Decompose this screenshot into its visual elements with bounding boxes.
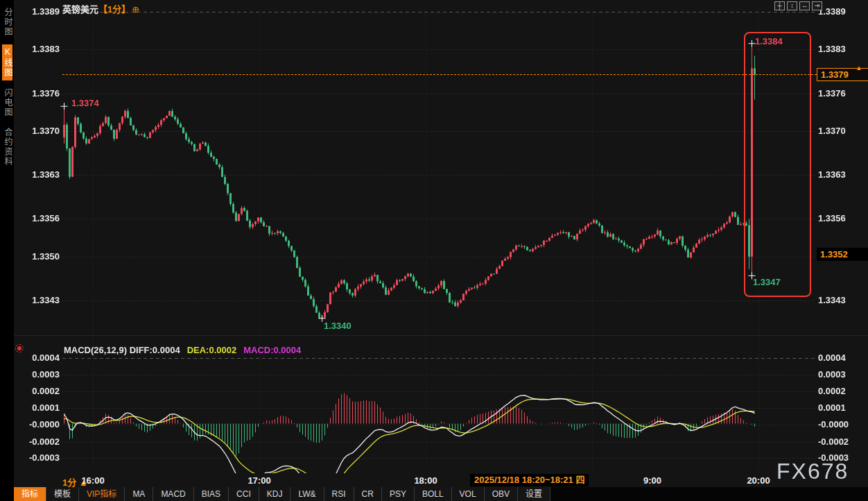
macd-axis-label-left: 0.0004: [14, 353, 60, 363]
tab-LW&[interactable]: LW&: [290, 487, 324, 501]
current-price-line: [62, 74, 817, 75]
macd-axis-label-right: -0.0002: [818, 436, 849, 447]
macd-axis-label-left: -0.0002: [14, 436, 60, 447]
extreme-price-annotation: 1.3340: [324, 321, 351, 331]
tab-MA[interactable]: MA: [125, 487, 153, 501]
macd-axis-label-left: -0.0003: [14, 452, 60, 463]
pan-right-icon[interactable]: ⇥: [812, 1, 822, 10]
panel-divider: [14, 335, 868, 336]
tab-CCI[interactable]: CCI: [229, 487, 259, 501]
macd-header: MACD(26,12,9) DIFF:0.0004DEA:0.0002MACD:…: [64, 345, 301, 355]
price-axis-label-right: 1.3363: [818, 169, 846, 180]
macd-axis-label-left: -0.0000: [14, 419, 60, 430]
spike-highlight-box: [744, 32, 811, 297]
price-axis-label-right: 1.3370: [818, 126, 846, 136]
sidebar-item-4[interactable]: 合约资料: [2, 125, 12, 169]
indicator-tabbar: 指标模板VIP指标MAMACDBIASCCIKDJLW&RSICRPSYBOLL…: [14, 487, 868, 501]
chart-type-sidebar: 分时图K线图闪电图合约资料: [0, 0, 14, 501]
scale-horizontal-icon[interactable]: ↔: [799, 1, 810, 10]
tab-VOL[interactable]: VOL: [452, 487, 485, 501]
price-axis-label-left: 1.3363: [14, 169, 60, 180]
macd-axis-label-right: 0.0004: [818, 353, 846, 363]
tab-模板[interactable]: 模板: [46, 487, 79, 501]
macd-macd-value: MACD:0.0004: [243, 345, 301, 355]
chart-toolbar: ┼↕↔⇥: [774, 1, 822, 10]
extreme-price-annotation: 1.3374: [71, 98, 99, 108]
price-axis-label-left: 1.3376: [14, 88, 60, 99]
price-axis-label-left: 1.3383: [14, 44, 60, 54]
time-axis-label: 20:00: [747, 475, 770, 486]
period-badge: 【1分】: [98, 4, 130, 15]
extreme-price-annotation: 1.3384: [755, 36, 783, 46]
tab-OBV[interactable]: OBV: [485, 487, 518, 501]
macd-dea-value: DEA:0.0002: [187, 345, 237, 355]
tab-RSI[interactable]: RSI: [324, 487, 354, 501]
symbol-name: 英镑美元: [62, 4, 98, 15]
chart-background: 英镑美元【1分】⊕ ┼↕↔⇥ 1.33891.33891.33831.33831…: [0, 0, 868, 501]
price-axis-label-left: 1.3389: [14, 6, 60, 17]
price-axis-label-left: 1.3350: [14, 251, 60, 262]
price-axis-label-left: 1.3370: [14, 126, 60, 136]
tab-PSY[interactable]: PSY: [382, 487, 415, 501]
macd-axis-label-right: -0.0000: [818, 419, 849, 430]
price-up-arrow-icon: ▲: [856, 65, 862, 71]
time-axis-label: 16:00: [81, 475, 104, 486]
macd-axis-label-right: 0.0003: [818, 369, 846, 380]
tab-BOLL[interactable]: BOLL: [415, 487, 452, 501]
time-axis-label: 17:00: [248, 475, 270, 486]
sidebar-item-3[interactable]: 闪电图: [2, 85, 12, 120]
last-price-tag: 1.3352: [817, 248, 868, 261]
macd-axis-label-left: 0.0003: [14, 369, 60, 380]
tab-指标[interactable]: 指标: [14, 487, 46, 501]
tab-BIAS[interactable]: BIAS: [194, 487, 229, 501]
sidebar-item-2[interactable]: K线图: [2, 44, 12, 80]
sidebar-item-1[interactable]: 分时图: [2, 5, 12, 40]
price-axis-label-right: 1.3376: [818, 88, 846, 99]
tab-VIP指标[interactable]: VIP指标: [79, 487, 125, 501]
price-axis-label-right: 1.3383: [818, 44, 846, 54]
fx678-watermark: FX678: [776, 459, 849, 484]
crosshair-time-tooltip: 2025/12/18 18:20~18:21 四: [470, 474, 589, 486]
price-axis-label-left: 1.3356: [14, 213, 60, 223]
time-axis-label: 18:00: [414, 475, 437, 486]
tab-KDJ[interactable]: KDJ: [259, 487, 291, 501]
scale-vertical-icon[interactable]: ↕: [787, 1, 797, 10]
macd-params: MACD(26,12,9) DIFF:0.0004: [64, 345, 180, 355]
macd-axis-label-left: 0.0002: [14, 386, 60, 396]
tab-MACD[interactable]: MACD: [153, 487, 193, 501]
price-axis-label-left: 1.3343: [14, 295, 60, 305]
macd-axis-label-right: 0.0001: [818, 402, 846, 413]
price-axis-label-right: 1.3343: [818, 295, 846, 305]
tab-CR[interactable]: CR: [354, 487, 382, 501]
add-symbol-icon[interactable]: ⊕: [132, 4, 139, 15]
tab-设置[interactable]: 设置: [518, 487, 550, 501]
chart-title: 英镑美元【1分】⊕: [62, 2, 139, 15]
time-axis-label: 9:00: [643, 475, 661, 486]
price-axis-label-right: 1.3356: [818, 213, 846, 223]
move-crosshair-icon[interactable]: ┼: [774, 1, 785, 10]
macd-axis-label-right: 0.0002: [818, 386, 846, 396]
macd-indicator-icon[interactable]: [15, 344, 24, 353]
macd-axis-label-left: 0.0001: [14, 402, 60, 413]
extreme-price-annotation: 1.3347: [753, 277, 781, 287]
candlestick-macd-canvas[interactable]: [0, 0, 868, 473]
